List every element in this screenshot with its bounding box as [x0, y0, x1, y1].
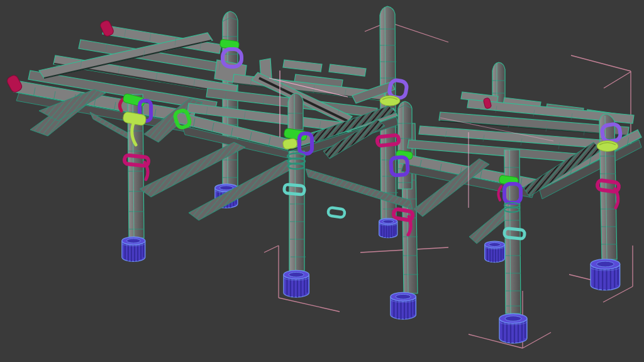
foot-back-left: [485, 241, 505, 262]
viewport-canvas[interactable]: [0, 0, 644, 362]
viewport[interactable]: [0, 0, 644, 362]
center-leg: [504, 150, 521, 314]
foot-front: [122, 237, 145, 261]
foot-back-right: [379, 218, 397, 238]
foot-center: [284, 270, 309, 297]
foot-front-right: [391, 292, 416, 319]
foot-right: [591, 259, 620, 290]
foot-center: [499, 314, 527, 344]
center-leg: [288, 93, 306, 271]
